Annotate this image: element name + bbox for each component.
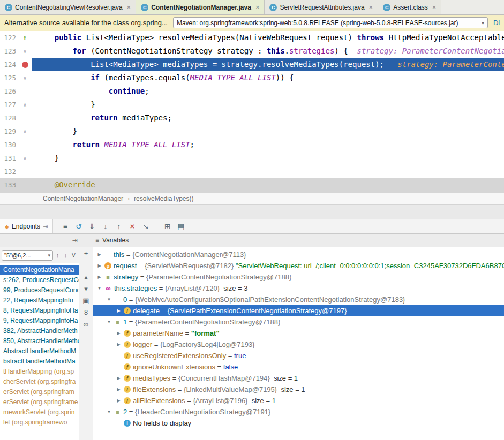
- drop-frame-icon[interactable]: ×: [125, 222, 139, 231]
- step-over-icon[interactable]: ⇓: [85, 222, 99, 231]
- chevron-right-icon[interactable]: ▶: [96, 252, 102, 257]
- variable-row[interactable]: ▶fmediaTypes = {ConcurrentHashMap@7194} …: [93, 373, 504, 384]
- add-watch-button[interactable]: +: [81, 249, 92, 259]
- chevron-down-icon[interactable]: ▼: [106, 320, 112, 324]
- chevron-right-icon[interactable]: ▶: [116, 342, 122, 347]
- run-to-cursor-icon[interactable]: ↘: [139, 222, 152, 231]
- variable-row[interactable]: fuseRegisteredExtensionsOnly = true: [93, 350, 504, 361]
- variable-row[interactable]: fignoreUnknownExtensions = false: [93, 361, 504, 373]
- duplicate-watch-button[interactable]: ▣: [81, 296, 92, 306]
- stack-frame[interactable]: erServlet (org.springfram: [0, 387, 79, 397]
- variable-row[interactable]: ▼≡2 = {HeaderContentNegotiationStrategy@…: [93, 406, 504, 418]
- grid-view-icon[interactable]: ⊞: [161, 222, 174, 231]
- chevron-right-icon[interactable]: ▶: [116, 308, 122, 313]
- chevron-right-icon[interactable]: ▶: [116, 387, 122, 392]
- variable-row[interactable]: iNo fields to display: [93, 418, 504, 429]
- variable-text: fileExtensions = {LinkedMultiValueMap@71…: [133, 385, 305, 393]
- code-line: 128 return mediaTypes;: [0, 111, 504, 125]
- variable-row[interactable]: ▶fdelegate = {ServletPathExtensionConten…: [93, 305, 504, 316]
- view-menu-icon[interactable]: ≡: [58, 222, 72, 231]
- chevron-down-icon[interactable]: ▼: [106, 297, 112, 302]
- next-frame-button[interactable]: ↓: [62, 252, 69, 259]
- variable-row[interactable]: ▶ffileExtensions = {LinkedMultiValueMap@…: [93, 384, 504, 395]
- step-out-icon[interactable]: ↑: [112, 222, 125, 231]
- disable-link[interactable]: Di: [493, 19, 500, 27]
- variable-row[interactable]: ▶≡strategy = {ParameterContentNegotiatio…: [93, 271, 504, 283]
- stack-frame[interactable]: 99, ProducesRequestCond: [0, 285, 79, 295]
- stack-frame[interactable]: AbstractHandlerMethodM: [0, 346, 79, 356]
- implemented-marker-icon[interactable]: ↑: [23, 31, 27, 44]
- step-into-icon[interactable]: ↓: [99, 222, 112, 231]
- stack-frame[interactable]: let (org.springframewo: [0, 418, 79, 428]
- code-token: strategy: ParameterContentNeg: [397, 60, 504, 69]
- tab-close-icon[interactable]: ×: [369, 3, 373, 11]
- thread-selector[interactable]: "5"@6,2... ▾: [2, 250, 53, 261]
- stack-frame[interactable]: tHandlerMapping (org.sp: [0, 367, 79, 377]
- variable-row[interactable]: ▶flogger = {LogFactory$Log4jLog@7193}: [93, 339, 504, 350]
- variable-row[interactable]: ▼≡0 = {WebMvcAutoConfiguration$OptionalP…: [93, 294, 504, 305]
- stack-frame[interactable]: 8, RequestMappingInfoHa: [0, 306, 79, 316]
- variable-text: useRegisteredExtensionsOnly = true: [133, 352, 246, 360]
- watch-return-values-button[interactable]: ∞: [81, 320, 92, 329]
- variable-row[interactable]: ▶≡this = {ContentNegotiationManager@7113…: [93, 249, 504, 260]
- breadcrumb-item-method[interactable]: resolveMediaTypes(): [134, 195, 193, 202]
- stack-frame[interactable]: cherServlet (org.springfra: [0, 377, 79, 387]
- chevron-right-icon[interactable]: ▶: [96, 263, 102, 268]
- tab-close-icon[interactable]: ×: [432, 3, 437, 11]
- chevron-down-icon[interactable]: ▼: [96, 286, 102, 291]
- variable-row[interactable]: ▼∞this.strategies = {ArrayList@7120} siz…: [93, 283, 504, 294]
- stack-frame[interactable]: 9, RequestMappingInfoHa: [0, 316, 79, 326]
- chevron-right-icon[interactable]: ▶: [116, 376, 122, 381]
- filter-funnel-icon[interactable]: ∇: [70, 252, 77, 259]
- code-text: return MEDIA_TYPE_ALL_LIST;: [32, 138, 504, 151]
- value-icon: ≡: [104, 252, 111, 258]
- chevron-right-icon[interactable]: ▶: [116, 398, 122, 403]
- chevron-right-icon[interactable]: ▶: [96, 275, 102, 279]
- tab-close-icon[interactable]: ×: [127, 3, 131, 11]
- field-icon: f: [124, 352, 131, 359]
- rerun-icon[interactable]: ↺: [72, 222, 85, 231]
- chevron-down-icon[interactable]: ▼: [106, 409, 112, 414]
- class-icon: C: [141, 4, 148, 11]
- fold-collapse-icon[interactable]: ∨: [23, 44, 26, 58]
- value-token: "format": [191, 329, 220, 337]
- stack-frame[interactable]: s:262, ProducesRequestCo: [0, 275, 79, 285]
- tab-endpoints[interactable]: ◆ Endpoints ⇥: [0, 219, 53, 233]
- line-number: 127: [0, 98, 18, 111]
- variable-row[interactable]: ▶fparameterName = "format": [93, 328, 504, 339]
- stack-frame[interactable]: ContentNegotiationMana: [0, 265, 79, 275]
- source-jar-select[interactable]: Maven: org.springframework:spring-web:5.…: [173, 17, 488, 28]
- evaluate-expression-button[interactable]: 8: [81, 308, 92, 317]
- editor-tab[interactable]: CServletRequestAttributes.java×: [265, 0, 378, 14]
- variable-row[interactable]: ▶prequest = {ServletWebRequest@7182} "Se…: [93, 260, 504, 271]
- variables-header-main: ≡ Variables: [79, 237, 129, 244]
- stack-frame[interactable]: bstractHandlerMethodMa: [0, 356, 79, 367]
- editor-tab[interactable]: CContentNegotiationManager.java×: [136, 0, 265, 14]
- stack-frame[interactable]: 850, AbstractHandlerMetho: [0, 336, 79, 346]
- panel-arrow-icon[interactable]: ⇥: [72, 237, 78, 244]
- stack-frame[interactable]: erServlet (org.springframe: [0, 397, 79, 407]
- stack-frame[interactable]: meworkServlet (org.sprin: [0, 407, 79, 418]
- variable-row[interactable]: ▶fallFileExtensions = {ArrayList@7196} s…: [93, 395, 504, 406]
- scroll-up-button[interactable]: ▴: [81, 272, 92, 282]
- variables-menu-icon[interactable]: ≡: [95, 237, 99, 244]
- stack-frame[interactable]: 22, RequestMappingInfo: [0, 295, 79, 306]
- editor-tab[interactable]: CContentNegotiatingViewResolver.java×: [0, 0, 136, 14]
- previous-frame-button[interactable]: ↑: [54, 252, 61, 259]
- scroll-down-button[interactable]: ▾: [81, 284, 92, 294]
- fold-end-icon[interactable]: ∧: [23, 98, 26, 111]
- chevron-right-icon[interactable]: ▶: [116, 331, 122, 336]
- fold-end-icon[interactable]: ∧: [23, 125, 26, 138]
- fold-collapse-icon[interactable]: ∨: [23, 71, 26, 85]
- remove-watch-button[interactable]: −: [81, 261, 92, 270]
- tab-close-icon[interactable]: ×: [255, 3, 260, 11]
- stack-frame[interactable]: 382, AbstractHandlerMeth: [0, 326, 79, 336]
- fold-end-icon[interactable]: ∧: [23, 151, 26, 165]
- editor-tab[interactable]: CAssert.class×: [378, 0, 441, 14]
- notification-bar: Alternative source available for the cla…: [0, 15, 504, 31]
- layout-settings-icon[interactable]: ▤: [174, 222, 187, 231]
- breadcrumb-item-class[interactable]: ContentNegotiationManager: [43, 195, 123, 202]
- variable-row[interactable]: ▼≡1 = {ParameterContentNegotiationStrate…: [93, 316, 504, 328]
- code-token: ) {: [334, 47, 357, 55]
- breakpoint-icon[interactable]: [22, 62, 28, 68]
